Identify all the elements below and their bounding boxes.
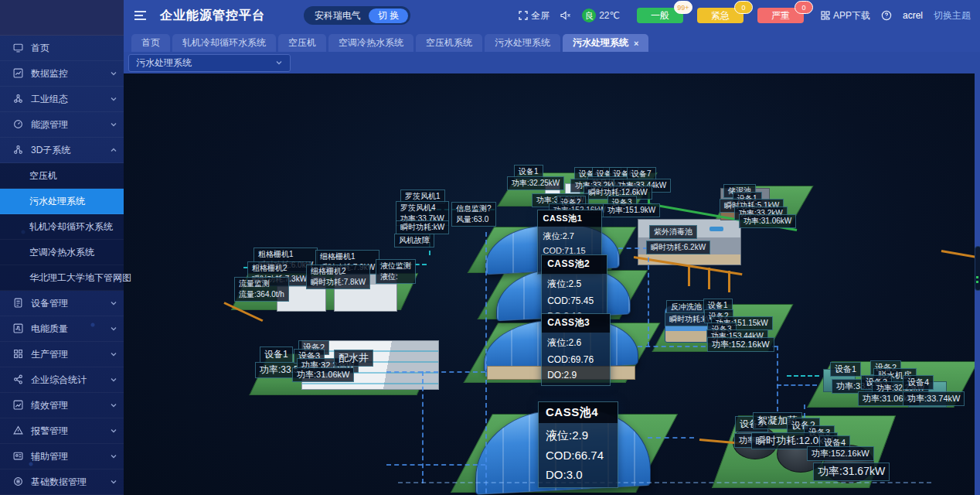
- air-quality: 良 22℃: [582, 9, 620, 22]
- page-title: 企业能源管控平台: [160, 8, 265, 24]
- chevron-down-icon: [110, 70, 117, 77]
- sidebar-item-label: 基础数据管理: [31, 476, 87, 489]
- base-data-icon: [13, 476, 24, 487]
- tab-label: 轧机冷却循环水系统: [182, 36, 266, 50]
- sidebar-item-label: 数据监控: [31, 67, 68, 80]
- sidebar-item-空压机[interactable]: 空压机: [0, 163, 124, 189]
- theme-switch-link[interactable]: 切换主题: [934, 9, 971, 22]
- sidebar-item-电能质量[interactable]: 电能质量: [0, 316, 124, 342]
- sidebar-item-绩效管理[interactable]: 绩效管理: [0, 393, 124, 418]
- pool-name: CASS池2: [542, 255, 607, 274]
- sidebar-item-3D子系统[interactable]: 3D子系统: [0, 138, 124, 163]
- chevron-down-icon: [110, 350, 117, 358]
- pool-info-card: CASS池4液位:2.9COD:66.74DO:3.0: [538, 401, 618, 488]
- pool-metric: 液位:2.9: [539, 423, 618, 444]
- pipe: [386, 464, 485, 466]
- tooltip-line: 功率:31.67kW: [818, 464, 885, 480]
- zoom-slider-mark: [976, 281, 978, 283]
- device-tooltip: 信息监测?风量:63.0: [451, 202, 496, 227]
- tab-close-icon[interactable]: ×: [634, 39, 638, 48]
- system-select[interactable]: 污水处理系统: [128, 54, 291, 72]
- alarm-button-一般[interactable]: 一般99+: [637, 8, 683, 23]
- tooltip-line: 设备7: [631, 169, 652, 179]
- tooltip-line: 流量监测: [239, 278, 284, 289]
- pool-metric: COD:69.76: [542, 350, 610, 366]
- chevron-down-icon: [110, 121, 117, 128]
- sidebar-item-label: 报警管理: [31, 425, 68, 438]
- pipe: [485, 232, 487, 495]
- collapse-menu-icon[interactable]: [134, 11, 146, 20]
- alarm-count-badge: 0: [795, 1, 813, 14]
- app-download-button[interactable]: APP下载: [821, 9, 870, 22]
- pipe: [787, 375, 819, 377]
- sidebar-item-工业组态[interactable]: 工业组态: [0, 87, 124, 112]
- tooltip-line: 粗格栅机1: [258, 249, 313, 260]
- sidebar-item-报警管理[interactable]: 报警管理: [0, 418, 124, 444]
- pipe: [777, 384, 817, 386]
- pipe: [777, 346, 778, 411]
- pipe: [386, 371, 485, 373]
- company-switch-button[interactable]: 切 换: [369, 9, 408, 23]
- sidebar-item-基础数据管理[interactable]: 基础数据管理: [0, 469, 124, 495]
- qr-code-icon: [821, 11, 830, 20]
- sidebar-item-能源管理[interactable]: 能源管理: [0, 112, 124, 138]
- tooltip-line: 粗格栅机2: [252, 263, 307, 274]
- device-tooltip: 紫外消毒池: [649, 225, 697, 239]
- sidebar-item-企业综合统计[interactable]: 企业综合统计: [0, 367, 124, 393]
- alarm-button-紧急[interactable]: 紧急0: [697, 8, 744, 23]
- sidebar-item-label: 能源管理: [31, 118, 68, 131]
- device-tooltip: 功率:32.25kW: [507, 176, 564, 190]
- zoom-slider-mark: [976, 276, 978, 278]
- sidebar-item-label: 生产管理: [31, 348, 68, 361]
- subsystem-3d-icon: [13, 145, 24, 155]
- fullscreen-button[interactable]: 全屏: [519, 9, 550, 22]
- industry-icon: [13, 94, 24, 104]
- alarm-button-严重[interactable]: 严重0: [757, 8, 804, 23]
- tab-空压机系统[interactable]: 空压机系统: [416, 34, 482, 52]
- scene-zoom-slider[interactable]: [975, 246, 980, 291]
- sidebar-item-轧机冷却循环水系统[interactable]: 轧机冷却循环水系统: [0, 214, 124, 240]
- 3d-scene[interactable]: 粗格栅机1瞬时功耗:6.0kW粗格栅机2瞬时功耗:7.3kW细格栅机1瞬时功耗:…: [124, 73, 975, 495]
- sidebar-item-污水处理系统[interactable]: 污水处理系统: [0, 189, 124, 214]
- tooltip-line: 配水井: [339, 351, 369, 365]
- performance-icon: [13, 400, 24, 411]
- tab-空压机[interactable]: 空压机: [278, 34, 326, 52]
- tooltip-line: 功率:152.16kW: [812, 448, 869, 459]
- sludge-pipe: [708, 268, 710, 289]
- pool-name: CASS池4: [539, 402, 618, 423]
- tab-空调冷热水系统[interactable]: 空调冷热水系统: [328, 34, 413, 52]
- device-tooltip: 瞬时功耗:kW: [396, 220, 449, 234]
- sidebar-item-设备管理[interactable]: 设备管理: [0, 291, 124, 316]
- pool-metric: 液位:2.7: [538, 227, 601, 243]
- device-tooltip: 风机故障: [394, 234, 434, 248]
- company-selector[interactable]: 安科瑞电气 切 换: [304, 6, 410, 25]
- help-button[interactable]: [881, 10, 892, 21]
- device-tooltip: 设备1: [260, 346, 293, 363]
- sidebar-menu: 首页数据监控工业组态能源管理3D子系统空压机污水处理系统轧机冷却循环水系统空调冷…: [0, 36, 124, 495]
- tooltip-line: 细格栅机1: [320, 251, 375, 262]
- pipe: [422, 371, 424, 483]
- sidebar-item-生产管理[interactable]: 生产管理: [0, 342, 124, 367]
- tab-污水处理系统[interactable]: 污水处理系统×: [563, 34, 648, 52]
- sidebar-item-首页[interactable]: 首页: [0, 36, 124, 61]
- sidebar-item-label: 空调冷热水系统: [29, 246, 94, 259]
- sidebar-item-华北理工大学地下管网图[interactable]: 华北理工大学地下管网图: [0, 265, 124, 291]
- sludge-pipe: [688, 265, 690, 286]
- sidebar-item-辅助管理[interactable]: 辅助管理: [0, 444, 124, 469]
- pipe: [398, 482, 931, 483]
- tab-污水处理系统[interactable]: 污水处理系统: [485, 34, 560, 52]
- sidebar-item-数据监控[interactable]: 数据监控: [0, 61, 124, 87]
- sidebar-item-空调冷热水系统[interactable]: 空调冷热水系统: [0, 240, 124, 265]
- mute-button[interactable]: [560, 11, 571, 20]
- sidebar-item-label: 设备管理: [31, 297, 68, 310]
- pipe: [648, 437, 694, 439]
- tooltip-line: 液位监测: [380, 261, 411, 271]
- tooltip-line: 功率:33.74kW: [907, 393, 960, 405]
- pool-metric: 液位:2.6: [542, 333, 610, 350]
- tab-轧机冷却循环水系统[interactable]: 轧机冷却循环水系统: [172, 34, 276, 52]
- sidebar-item-label: 首页: [31, 42, 49, 55]
- home-icon: [13, 43, 24, 53]
- username[interactable]: acrel: [903, 10, 923, 21]
- tab-首页[interactable]: 首页: [131, 34, 170, 52]
- top-header: 企业能源管控平台 安科瑞电气 切 换 全屏 良 22℃ 一般99+紧急0严重0 …: [124, 0, 980, 31]
